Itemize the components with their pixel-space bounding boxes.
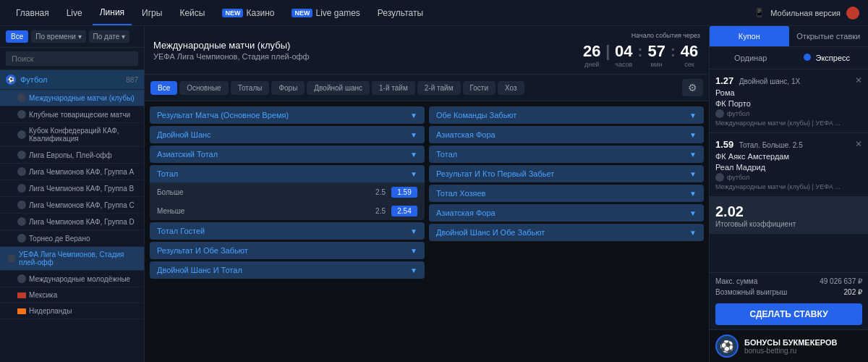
search-bar bbox=[0, 48, 144, 70]
coupon-tab-open[interactable]: Открытые ставки bbox=[789, 26, 869, 46]
coupon-item-1-close[interactable]: ✕ bbox=[855, 75, 862, 85]
market-double-both-score: Двойной Шанс И Обе Забьют ▼ bbox=[429, 224, 704, 241]
sidebar-league-mexico[interactable]: Мексика bbox=[0, 287, 144, 303]
odds-over[interactable]: 1.59 bbox=[391, 187, 417, 198]
tab-second-half[interactable]: 2-й тайм bbox=[417, 81, 461, 95]
coupon-item-2: 1.59 Тотал. Больше. 2.5 ✕ ФК Аякс Амстер… bbox=[710, 133, 868, 197]
market-asian-total-header[interactable]: Азиатский Тотал ▼ bbox=[150, 146, 425, 163]
mobile-version-label[interactable]: Мобильная версия bbox=[770, 9, 841, 17]
tab-all[interactable]: Все bbox=[150, 81, 177, 95]
nav-live[interactable]: Live bbox=[59, 0, 90, 25]
market-double-chance-total-header[interactable]: Двойной Шанс И Тотал ▼ bbox=[150, 261, 425, 279]
hours-label: часов bbox=[615, 61, 632, 68]
market-total: Тотал ▼ Больше 2.5 1.59 Меньше 2.5 2.54 bbox=[150, 165, 425, 220]
nav-live-games[interactable]: NEW Live games bbox=[284, 0, 367, 25]
countdown-minutes: 57 bbox=[646, 42, 668, 61]
market-both-score-header[interactable]: Обе Команды Забьют ▼ bbox=[429, 106, 704, 124]
chevron-down-icon-6: ▼ bbox=[410, 247, 417, 255]
bet-button[interactable]: СДЕЛАТЬ СТАВКУ bbox=[715, 303, 862, 325]
sidebar-league-torneo[interactable]: Торнео де Верано bbox=[0, 230, 144, 247]
league-icon-cf bbox=[17, 110, 26, 119]
nav-kazino[interactable]: NEW Казино bbox=[215, 0, 281, 25]
tab-handicap[interactable]: Форы bbox=[271, 81, 305, 95]
nav-liniya[interactable]: Линия bbox=[93, 0, 132, 25]
nav-igry[interactable]: Игры bbox=[135, 0, 169, 25]
market-double-chance-header[interactable]: Двойной Шанс ▼ bbox=[150, 126, 425, 143]
filter-all[interactable]: Все bbox=[6, 30, 28, 43]
main-layout: Все По времени ▾ По дате ▾ ⚽ Футбол 887 … bbox=[0, 26, 868, 362]
market-asian-handicap-2-header[interactable]: Азиатская Фора ▼ bbox=[429, 204, 704, 222]
market-double-both-score-header[interactable]: Двойной Шанс И Обе Забьют ▼ bbox=[429, 224, 704, 241]
markets-left-col: Результат Матча (Основное Время) ▼ Двойн… bbox=[148, 104, 427, 281]
live-games-badge: NEW bbox=[292, 9, 312, 17]
tab-basic[interactable]: Основные bbox=[179, 81, 228, 95]
market-total-right-header[interactable]: Тотал ▼ bbox=[429, 146, 704, 163]
event-subtitle: УЕФА Лига Чемпионов, Стадия плей-офф bbox=[153, 52, 310, 61]
chevron-down-icon: ▼ bbox=[410, 111, 417, 119]
countdown: 26 дней | 04 часов : 57 мин : 46 bbox=[581, 42, 700, 68]
tab-home[interactable]: Хоз bbox=[498, 81, 524, 95]
market-total-guests-header[interactable]: Тотал Гостей ▼ bbox=[150, 222, 425, 240]
odds-under[interactable]: 2.54 bbox=[391, 206, 417, 216]
market-match-result-header[interactable]: Результат Матча (Основное Время) ▼ bbox=[150, 106, 425, 124]
markets-right-col: Обе Команды Забьют ▼ Азиатская Фора ▼ То… bbox=[427, 104, 706, 281]
countdown-info: Начало события через bbox=[581, 32, 700, 39]
nav-glavnaya[interactable]: Главная bbox=[9, 0, 56, 25]
event-title: Международные матчи (клубы) bbox=[153, 40, 310, 51]
market-first-scorer-header[interactable]: Результат И Кто Первый Забьет ▼ bbox=[429, 165, 704, 182]
countdown-days: 26 bbox=[581, 42, 603, 61]
tab-totals[interactable]: Тоталы bbox=[231, 81, 270, 95]
kazino-badge: NEW bbox=[222, 9, 243, 17]
sep1: | bbox=[605, 42, 610, 68]
market-match-result: Результат Матча (Основное Время) ▼ bbox=[150, 106, 425, 124]
tab-away[interactable]: Гости bbox=[463, 81, 495, 95]
bet-type-single[interactable]: Ординар bbox=[714, 51, 788, 64]
market-total-guests: Тотал Гостей ▼ bbox=[150, 222, 425, 240]
nav-rezultaty[interactable]: Результаты bbox=[370, 0, 430, 25]
sidebar-league-club-friendly[interactable]: Клубные товарищеские матчи bbox=[0, 106, 144, 123]
sidebar-league-uefa-champions[interactable]: УЕФА Лига Чемпионов, Стадия плей-офф bbox=[0, 247, 144, 271]
tab-first-half[interactable]: 1-й тайм bbox=[372, 81, 415, 95]
sidebar-league-international[interactable]: Международные матчи (клубы) bbox=[0, 90, 144, 106]
bet-type-tabs: Ординар Экспресс bbox=[710, 47, 868, 70]
coupon-total-value: 2.02 bbox=[715, 203, 862, 220]
coupon-item-1-odds: 1.27 bbox=[715, 75, 733, 86]
sidebar-league-caf-a[interactable]: Лига Чемпионов КАФ, Группа A bbox=[0, 164, 144, 180]
coupon-bottom: Макс. сумма 49 026 637 ₽ Возможный выигр… bbox=[710, 272, 868, 329]
bet-type-express[interactable]: Экспресс bbox=[791, 51, 864, 64]
tab-double-chance[interactable]: Двойной шанс bbox=[307, 81, 370, 95]
nav-keysy[interactable]: Кейсы bbox=[172, 0, 212, 25]
mobile-icon: 📱 bbox=[754, 8, 765, 17]
market-result-both-score: Результат И Обе Забьют ▼ bbox=[150, 242, 425, 259]
sidebar-league-caf-d[interactable]: Лига Чемпионов КАФ, Группа D bbox=[0, 214, 144, 230]
sidebar-league-netherlands[interactable]: Нидерланды bbox=[0, 303, 144, 319]
coupon-item-2-close[interactable]: ✕ bbox=[855, 139, 862, 149]
coupon-item-2-meta: футбол bbox=[715, 173, 862, 182]
league-icon-caf bbox=[17, 130, 26, 139]
sidebar-league-caf-confed[interactable]: Кубок Конфедераций КАФ, Квалификация bbox=[0, 123, 144, 147]
market-double-chance-total: Двойной Шанс И Тотал ▼ bbox=[150, 261, 425, 279]
sidebar-league-youth[interactable]: Международные молодёжные bbox=[0, 271, 144, 287]
filter-by-time[interactable]: По времени ▾ bbox=[31, 30, 85, 43]
sidebar-league-europa[interactable]: Лига Европы, Плей-офф bbox=[0, 147, 144, 164]
coupon-total: 2.02 Итоговый коэффициент bbox=[710, 197, 868, 234]
top-navigation: Главная Live Линия Игры Кейсы NEW Казино… bbox=[0, 0, 868, 26]
search-input[interactable] bbox=[6, 51, 138, 66]
sidebar-sport-football[interactable]: ⚽ Футбол 887 bbox=[0, 70, 144, 90]
chevron-down-icon-3: ▼ bbox=[410, 151, 417, 159]
market-asian-handicap-header[interactable]: Азиатская Фора ▼ bbox=[429, 126, 704, 143]
chevron-down-icon-2: ▼ bbox=[410, 131, 417, 139]
market-result-both-score-header[interactable]: Результат И Обе Забьют ▼ bbox=[150, 242, 425, 259]
market-home-total-header[interactable]: Тотал Хозяев ▼ bbox=[429, 185, 704, 202]
market-first-scorer: Результат И Кто Первый Забьет ▼ bbox=[429, 165, 704, 182]
market-total-header[interactable]: Тотал ▼ bbox=[150, 165, 425, 182]
sidebar-league-caf-b[interactable]: Лига Чемпионов КАФ, Группа B bbox=[0, 180, 144, 197]
market-both-score: Обе Команды Забьют ▼ bbox=[429, 106, 704, 124]
league-icon-europa bbox=[17, 151, 26, 159]
coupon-tab-slip[interactable]: Купон bbox=[710, 26, 789, 46]
filter-by-date[interactable]: По дате ▾ bbox=[89, 30, 130, 43]
tab-settings-btn[interactable]: ⚙ bbox=[682, 79, 703, 96]
sidebar-football-label: Футбол bbox=[20, 75, 122, 84]
sidebar-league-caf-c[interactable]: Лига Чемпионов КАФ, Группа C bbox=[0, 197, 144, 214]
market-total-right: Тотал ▼ bbox=[429, 146, 704, 163]
